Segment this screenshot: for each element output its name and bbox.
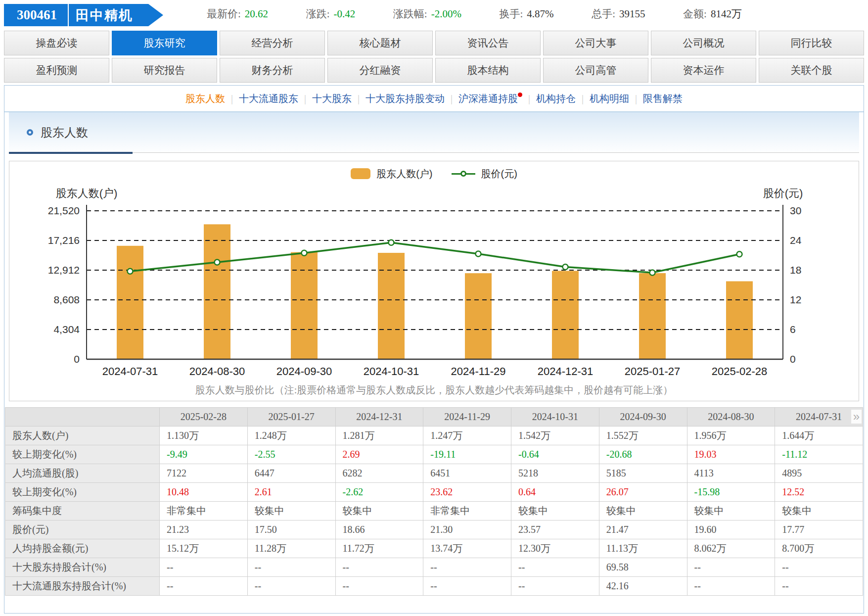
shareholder-table-wrap: 2025-02-282025-01-272024-12-312024-11-29… xyxy=(5,407,863,596)
stock-banner: 300461 田中精机 xyxy=(4,4,163,26)
table-row: 股东人数(户)1.130万1.248万1.281万1.247万1.542万1.5… xyxy=(5,426,863,445)
table-row-label: 人均流通股(股) xyxy=(5,464,160,483)
tab-capital-operation[interactable]: 资本运作 xyxy=(651,58,756,83)
svg-text:6: 6 xyxy=(790,324,796,335)
svg-text:2024-12-31: 2024-12-31 xyxy=(538,365,594,378)
tab-must-read[interactable]: 操盘必读 xyxy=(4,31,109,55)
table-cell: 较集中 xyxy=(335,502,423,521)
table-cell: 21.30 xyxy=(423,521,511,539)
table-cell: 15.12万 xyxy=(160,539,248,558)
table-cell: 1.956万 xyxy=(687,426,775,445)
table-cell: 1.542万 xyxy=(511,426,599,445)
table-cell: 1.247万 xyxy=(423,426,511,445)
tab-financial-analysis[interactable]: 财务分析 xyxy=(220,58,325,83)
table-cell: -- xyxy=(335,577,423,596)
table-cell: 1.130万 xyxy=(160,426,248,445)
stat-amount: 金额:8142万 xyxy=(683,7,742,21)
subnav-separator: | xyxy=(451,93,453,104)
table-cell: -- xyxy=(335,558,423,577)
table-row: 股价(元)21.2317.5018.6621.3023.5721.4719.60… xyxy=(5,521,863,539)
table-cell: 8.700万 xyxy=(775,539,863,558)
table-cell: 7122 xyxy=(160,464,248,483)
tab-core-themes[interactable]: 核心题材 xyxy=(327,31,433,55)
svg-text:2024-08-30: 2024-08-30 xyxy=(189,365,245,378)
stat-total-volume: 总手:39155 xyxy=(592,7,645,21)
tab-executives[interactable]: 公司高管 xyxy=(543,58,648,83)
table-cell: 23.57 xyxy=(511,521,599,539)
table-scroll-right-icon[interactable]: » xyxy=(851,410,862,424)
stat-change: 涨跌:-0.42 xyxy=(306,7,356,21)
table-col-header: 2024-07-31 xyxy=(775,408,863,426)
subnav-hk-connect-holdings[interactable]: 沪深港通持股 xyxy=(458,92,522,105)
table-row-label: 股东人数(户) xyxy=(5,426,160,445)
table-row-label: 十大流通股东持股合计(%) xyxy=(5,577,160,596)
svg-text:4,304: 4,304 xyxy=(53,324,80,335)
table-col-header: 2024-10-31 xyxy=(511,408,599,426)
legend-line-label: 股价(元) xyxy=(481,167,517,181)
tab-operation-analysis[interactable]: 经营分析 xyxy=(220,31,325,55)
subnav-restricted-unlock[interactable]: 限售解禁 xyxy=(643,92,683,105)
table-cell: 6447 xyxy=(247,464,335,483)
stock-code: 300461 xyxy=(4,7,68,23)
table-col-header: 2024-11-29 xyxy=(423,408,511,426)
table-corner-cell xyxy=(5,408,160,426)
tab-news-announcements[interactable]: 资讯公告 xyxy=(435,31,541,55)
tab-company-events[interactable]: 公司大事 xyxy=(543,31,648,55)
table-cell: 17.77 xyxy=(775,521,863,539)
legend-line-marker-icon xyxy=(452,173,475,175)
subnav-top10-float-holders[interactable]: 十大流通股东 xyxy=(239,92,298,105)
subnav-institution-details[interactable]: 机构明细 xyxy=(590,92,629,105)
svg-text:8,608: 8,608 xyxy=(53,294,80,305)
chart-legend: 股东人数(户) 股价(元) xyxy=(11,164,857,183)
subnav-separator: | xyxy=(528,93,530,104)
subnav-institution-positions[interactable]: 机构持仓 xyxy=(536,92,576,105)
table-col-header: 2024-08-30 xyxy=(687,408,775,426)
table-cell: 6451 xyxy=(423,464,511,483)
tab-equity-structure[interactable]: 股本结构 xyxy=(435,58,541,83)
legend-bar-label: 股东人数(户) xyxy=(376,167,432,181)
section-title: 股东人数 xyxy=(41,125,88,141)
subnav-separator: | xyxy=(582,93,584,104)
subnav-separator: | xyxy=(304,93,306,104)
subnav-separator: | xyxy=(635,93,637,104)
table-cell: 较集中 xyxy=(599,502,687,521)
table-row: 筹码集中度非常集中较集中较集中非常集中较集中较集中较集中较集中 xyxy=(5,502,863,521)
table-cell: 非常集中 xyxy=(423,502,511,521)
table-cell: 13.74万 xyxy=(423,539,511,558)
tab-shareholder-research[interactable]: 股东研究 xyxy=(112,31,217,55)
table-cell: 21.47 xyxy=(599,521,687,539)
table-cell: -- xyxy=(511,577,599,596)
table-cell: -19.11 xyxy=(423,445,511,464)
table-cell: 26.07 xyxy=(599,483,687,502)
table-cell: -2.62 xyxy=(335,483,423,502)
tab-dividend-financing[interactable]: 分红融资 xyxy=(327,58,433,83)
table-cell: 6282 xyxy=(335,464,423,483)
table-cell: 18.66 xyxy=(335,521,423,539)
table-cell: -2.55 xyxy=(247,445,335,464)
table-cell: 2.69 xyxy=(335,445,423,464)
table-cell: 69.58 xyxy=(599,558,687,577)
new-badge-dot xyxy=(518,93,522,97)
subnav-top10-holders[interactable]: 十大股东 xyxy=(312,92,352,105)
subnav-top10-holding-changes[interactable]: 十大股东持股变动 xyxy=(365,92,445,105)
tab-related-stocks[interactable]: 关联个股 xyxy=(759,58,864,83)
main-nav: 操盘必读 股东研究 经营分析 核心题材 资讯公告 公司大事 公司概况 同行比较 … xyxy=(4,31,864,83)
table-header-row: 2025-02-282025-01-272024-12-312024-11-29… xyxy=(5,408,863,426)
table-cell: 非常集中 xyxy=(160,502,248,521)
tab-profit-forecast[interactable]: 盈利预测 xyxy=(4,58,109,83)
table-cell: 较集中 xyxy=(247,502,335,521)
content-panel: 股东人数| 十大流通股东| 十大股东| 十大股东持股变动| 沪深港通持股| 机构… xyxy=(4,85,864,614)
stat-change-percent: 涨跌幅:-2.00% xyxy=(393,7,461,21)
stock-name: 田中精机 xyxy=(69,6,140,24)
svg-text:0: 0 xyxy=(790,353,796,365)
tab-company-profile[interactable]: 公司概况 xyxy=(651,31,756,55)
tab-research-reports[interactable]: 研究报告 xyxy=(112,58,217,83)
subnav-shareholder-count[interactable]: 股东人数 xyxy=(185,92,225,105)
svg-text:2024-10-31: 2024-10-31 xyxy=(364,365,419,378)
svg-text:30: 30 xyxy=(790,205,801,216)
table-col-header: 2025-01-27 xyxy=(247,408,335,426)
table-cell: 19.60 xyxy=(687,521,775,539)
table-cell: 8.062万 xyxy=(687,539,775,558)
shareholder-count-price-chart: 2024-07-312024-08-302024-09-302024-10-31… xyxy=(11,183,857,381)
tab-peer-comparison[interactable]: 同行比较 xyxy=(759,31,864,55)
